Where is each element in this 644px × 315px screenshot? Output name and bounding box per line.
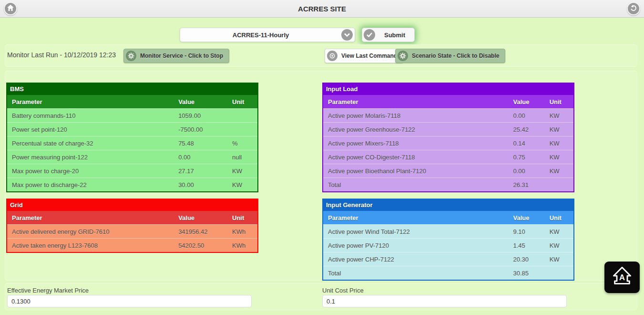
gear-icon — [398, 51, 408, 61]
unit-cell: KW — [545, 228, 573, 235]
col-unit: Unit — [545, 214, 573, 221]
input-generator-table: Input Generator Parameter Value Unit Act… — [322, 199, 574, 281]
scenario-dropdown[interactable]: ACRRES-11-Hourly — [180, 28, 355, 42]
unit-cell: KW — [545, 126, 573, 133]
table-row: Percentual state of charge-3275.48% — [7, 136, 257, 150]
col-parameter: Parameter — [7, 98, 174, 105]
table-row: Active power PV-71201.45KW — [323, 238, 573, 252]
unit-cell: KW — [227, 181, 257, 189]
value-cell: 30.85 — [509, 270, 545, 277]
param-cell: Active taken energy L123-7608 — [7, 242, 174, 249]
unit-cell: null — [227, 154, 257, 161]
col-unit: Unit — [227, 98, 257, 105]
col-unit: Unit — [545, 98, 573, 105]
view-last-command-button[interactable]: View Last Command — [325, 49, 403, 63]
table-header-row: Parameter Value Unit — [7, 95, 257, 108]
home-icon — [7, 4, 14, 13]
col-parameter: Parameter — [7, 214, 174, 221]
value-cell: 0.00 — [174, 154, 227, 161]
unit-cost-input[interactable] — [322, 295, 567, 307]
table-header-row: Parameter Value Unit — [323, 95, 573, 108]
table-row: Power set point-120-7500.00 — [7, 122, 257, 136]
table-row: Active taken energy L123-760854202.50KWh — [7, 238, 257, 252]
value-cell: 0.75 — [509, 154, 545, 161]
table-row: Battery commands-1101059.00 — [7, 108, 257, 122]
bms-table: BMS Parameter Value Unit Battery command… — [6, 83, 258, 192]
unit-cell: KW — [545, 154, 573, 161]
home-button[interactable] — [4, 2, 17, 15]
table-row: Max power to charge-2027.17KW — [7, 164, 257, 178]
col-value: Value — [174, 214, 227, 221]
unit-cell: KW — [545, 242, 573, 249]
param-cell: Active power CHP-7122 — [323, 256, 509, 263]
param-cell: Active power Greenhouse-7122 — [323, 126, 509, 133]
top-bar: ACRRES SITE — [0, 0, 644, 18]
unit-cell: % — [227, 140, 257, 147]
value-cell: 341956.42 — [174, 228, 227, 235]
chevron-down-icon — [341, 29, 353, 41]
value-cell: 75.48 — [174, 140, 227, 147]
back-icon — [630, 4, 637, 13]
param-cell: Battery commands-110 — [7, 112, 174, 119]
param-cell: Active power Molaris-7118 — [323, 112, 509, 119]
table-row: Active delivered energy GRID-7610341956.… — [7, 224, 257, 238]
eye-icon — [327, 51, 337, 61]
table-row: Total26.31 — [323, 178, 573, 191]
param-cell: Power measuring point-122 — [7, 154, 174, 161]
market-price-input[interactable] — [7, 295, 252, 307]
table-row: Active power Wind Total-71229.10KW — [323, 224, 573, 238]
value-cell: 0.00 — [509, 168, 545, 175]
view-last-command-label: View Last Command — [341, 52, 397, 59]
translate-overlay-button[interactable]: A — [604, 262, 640, 293]
param-cell: Active power PV-7120 — [323, 242, 509, 249]
value-cell: 30.00 — [174, 181, 227, 189]
submit-button[interactable]: Submit — [362, 28, 415, 42]
col-unit: Unit — [227, 214, 257, 221]
col-value: Value — [174, 98, 227, 105]
monitor-service-label: Monitor Service - Click to Stop — [140, 52, 223, 59]
param-cell: Max power to charge-20 — [7, 168, 174, 175]
table-header-row: Parameter Value Unit — [323, 211, 573, 224]
col-value: Value — [509, 98, 545, 105]
unit-cell: KW — [545, 168, 573, 175]
tables-panel: BMS Parameter Value Unit Battery command… — [5, 71, 637, 281]
bms-table-title: BMS — [7, 84, 257, 95]
value-cell: 25.42 — [509, 126, 545, 133]
param-cell: Active power Bioethanol Plant-7120 — [323, 168, 509, 175]
param-cell: Max power to discharge-22 — [7, 181, 174, 189]
param-cell: Active delivered energy GRID-7610 — [7, 228, 174, 235]
value-cell: 26.31 — [509, 181, 545, 189]
back-button[interactable] — [627, 2, 640, 15]
translate-letter: A — [619, 273, 625, 282]
table-row: Max power to discharge-2230.00KW — [7, 178, 257, 191]
market-price-label: Effective Energy Market Price — [7, 287, 89, 294]
grid-table-title: Grid — [7, 200, 257, 211]
table-row: Active power Bioethanol Plant-71200.00KW — [323, 164, 573, 178]
param-cell: Active power Mixers-7118 — [323, 140, 509, 147]
value-cell: 0.14 — [509, 140, 545, 147]
scenario-state-button[interactable]: Scenario State - Click to Disable — [395, 49, 505, 63]
param-cell: Total — [323, 181, 509, 189]
translate-icon: A — [611, 266, 633, 289]
value-cell: -7500.00 — [174, 126, 227, 133]
page-title: ACRRES SITE — [298, 5, 346, 13]
grid-table: Grid Parameter Value Unit Active deliver… — [6, 199, 258, 253]
param-cell: Percentual state of charge-32 — [7, 140, 174, 147]
submit-button-label: Submit — [375, 32, 414, 39]
table-row: Active power Molaris-71180.00KW — [323, 108, 573, 122]
table-row: Active power Greenhouse-712225.42KW — [323, 122, 573, 136]
table-row: Active power CHP-712220.30KW — [323, 252, 573, 266]
check-icon — [364, 29, 375, 41]
monitor-last-run-text: Monitor Last Run - 10/12/2019 12:23 — [7, 51, 116, 59]
unit-cell: KW — [545, 140, 573, 147]
monitor-service-button[interactable]: Monitor Service - Click to Stop — [123, 49, 229, 63]
table-row: Active power Mixers-71180.14KW — [323, 136, 573, 150]
col-parameter: Parameter — [323, 214, 509, 221]
value-cell: 1059.00 — [174, 112, 227, 119]
unit-cell: KW — [545, 256, 573, 263]
input-load-table: Input Load Parameter Value Unit Active p… — [322, 83, 574, 192]
table-header-row: Parameter Value Unit — [7, 211, 257, 224]
table-row: Power measuring point-1220.00null — [7, 150, 257, 164]
scenario-dropdown-value: ACRRES-11-Hourly — [180, 32, 341, 39]
unit-cell: KWh — [227, 242, 257, 249]
